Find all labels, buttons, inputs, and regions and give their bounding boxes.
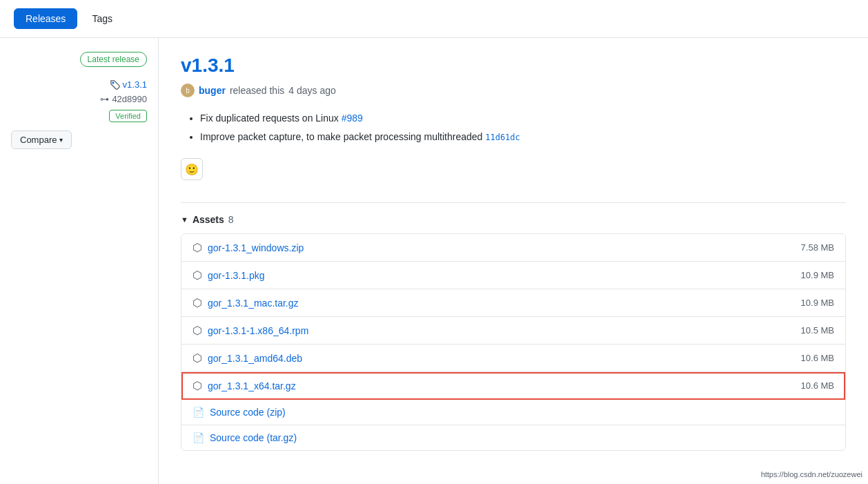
asset-size-pkg: 10.9 MB [801,270,834,280]
asset-binary-icon: ⬡ [193,351,202,365]
asset-list: ⬡ gor-1.3.1_windows.zip 7.58 MB ⬡ gor-1.… [181,233,846,451]
issue-link-989[interactable]: #989 [342,113,363,124]
assets-label: Assets [193,214,224,225]
release-title: v1.3.1 [181,55,846,77]
tag-icon [110,80,120,90]
release-note-2: Improve packet capture, to make packet p… [200,130,846,144]
tags-tab[interactable]: Tags [80,8,124,29]
verified-badge: Verified [109,110,147,122]
note-1-text: Fix duplicated requests on Linux [200,113,342,124]
asset-row-windows: ⬡ gor-1.3.1_windows.zip 7.58 MB [181,234,845,262]
assets-header: ▼ Assets 8 [181,214,846,225]
source-icon: 📄 [193,407,204,418]
commit-link-11d61dc[interactable]: 11d61dc [485,133,520,142]
asset-left: 📄 Source code (tar.gz) [193,432,297,443]
note-2-text: Improve packet capture, to make packet p… [200,131,485,142]
commit-decoration: ⊶ [100,94,109,104]
asset-row-x64-tar: ⬡ gor_1.3.1_x64.tar.gz 10.6 MB [181,372,845,400]
asset-size-mac: 10.9 MB [801,298,834,308]
asset-size-windows: 7.58 MB [801,242,834,253]
sidebar-tag: v1.3.1 [11,79,147,90]
asset-link-rpm[interactable]: gor-1.3.1-1.x86_64.rpm [208,325,308,336]
content-area: v1.3.1 b buger released this 4 days ago … [159,38,868,484]
asset-left: ⬡ gor_1.3.1_x64.tar.gz [193,379,296,392]
emoji-icon: 🙂 [185,163,199,176]
asset-left: ⬡ gor-1.3.1_windows.zip [193,241,304,254]
sidebar: Latest release v1.3.1 ⊶ 42d8990 Verified… [0,38,159,484]
tag-link[interactable]: v1.3.1 [123,79,147,90]
release-time: 4 days ago [288,85,336,96]
compare-button[interactable]: Compare ▾ [11,130,72,149]
latest-release-badge: Latest release [80,52,147,67]
asset-link-mac[interactable]: gor_1.3.1_mac.tar.gz [208,298,299,309]
emoji-react-button[interactable]: 🙂 [181,158,203,180]
asset-left: 📄 Source code (zip) [193,407,286,418]
author-avatar: b [181,84,195,97]
asset-size-x64-tar: 10.6 MB [801,380,834,391]
asset-link-source-tar[interactable]: Source code (tar.gz) [210,432,297,443]
sidebar-commit: ⊶ 42d8990 [11,94,147,104]
commit-hash: 42d8990 [112,94,147,104]
asset-link-source-zip[interactable]: Source code (zip) [210,407,286,418]
svg-point-0 [112,82,114,84]
asset-row-source-zip: 📄 Source code (zip) [181,400,845,425]
release-meta-text: released this [230,85,284,96]
asset-row-rpm: ⬡ gor-1.3.1-1.x86_64.rpm 10.5 MB [181,317,845,345]
author-name: buger [199,85,226,96]
release-meta: b buger released this 4 days ago [181,84,846,97]
asset-link-deb[interactable]: gor_1.3.1_amd64.deb [208,353,302,364]
asset-binary-icon: ⬡ [193,379,202,392]
chevron-down-icon: ▾ [59,136,63,144]
assets-chevron: ▼ [181,215,188,224]
asset-row-pkg: ⬡ gor-1.3.1.pkg 10.9 MB [181,262,845,289]
asset-link-pkg[interactable]: gor-1.3.1.pkg [208,270,265,281]
asset-row-source-tar: 📄 Source code (tar.gz) [181,425,845,450]
asset-left: ⬡ gor_1.3.1_mac.tar.gz [193,296,299,309]
asset-left: ⬡ gor-1.3.1-1.x86_64.rpm [193,324,308,337]
asset-binary-icon: ⬡ [193,324,202,337]
top-nav: Releases Tags [0,0,868,38]
asset-link-x64-tar[interactable]: gor_1.3.1_x64.tar.gz [208,380,296,391]
asset-binary-icon: ⬡ [193,241,202,254]
compare-label: Compare [20,135,57,145]
asset-row-mac: ⬡ gor_1.3.1_mac.tar.gz 10.9 MB [181,289,845,317]
asset-link-windows[interactable]: gor-1.3.1_windows.zip [208,242,304,253]
asset-binary-icon: ⬡ [193,296,202,309]
asset-size-rpm: 10.5 MB [801,325,834,336]
source-icon: 📄 [193,432,204,443]
watermark: https://blog.csdn.net/zuozewei [761,470,862,478]
asset-row-deb: ⬡ gor_1.3.1_amd64.deb 10.6 MB [181,345,845,372]
release-note-1: Fix duplicated requests on Linux #989 [200,111,846,126]
main-layout: Latest release v1.3.1 ⊶ 42d8990 Verified… [0,38,868,484]
release-notes: Fix duplicated requests on Linux #989 Im… [181,111,846,144]
asset-left: ⬡ gor-1.3.1.pkg [193,269,265,282]
assets-count: 8 [228,214,234,225]
releases-tab[interactable]: Releases [14,8,77,29]
divider [181,202,846,203]
asset-binary-icon: ⬡ [193,269,202,282]
asset-left: ⬡ gor_1.3.1_amd64.deb [193,351,302,365]
asset-size-deb: 10.6 MB [801,353,834,363]
